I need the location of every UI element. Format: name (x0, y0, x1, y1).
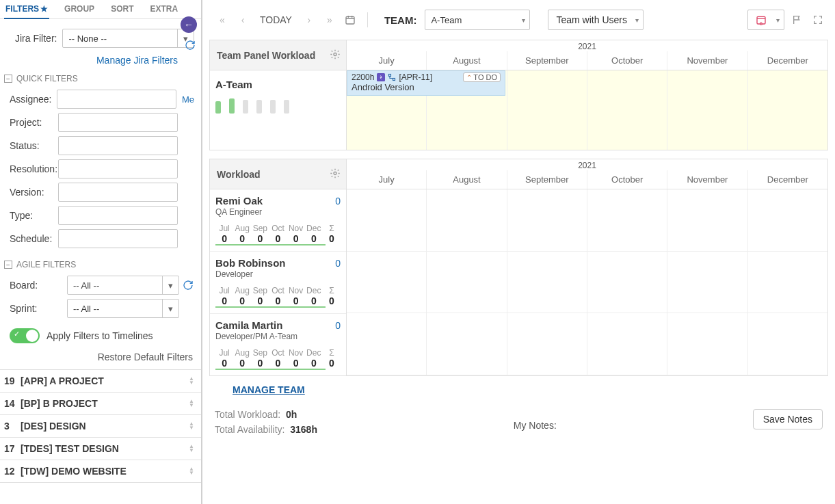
tab-filters[interactable]: FILTERS★ (4, 3, 49, 19)
agile-filters-header: − AGILE FILTERS (0, 257, 201, 274)
v: 0 (251, 358, 269, 369)
filter-resolution: Resolution: (0, 157, 201, 181)
workload-row[interactable] (347, 252, 827, 314)
refresh-icon[interactable] (182, 279, 194, 291)
total-availability-value: 3168h (290, 424, 317, 435)
timeline-year: 2021 (347, 40, 827, 51)
v: 0 (287, 295, 305, 306)
bar-icon (284, 100, 289, 114)
project-row[interactable]: 17 [TDES] TEST DESIGN ▲▼ (0, 437, 201, 460)
totals: Total Workload: 0h Total Availability: 3… (215, 409, 317, 435)
me-link[interactable]: Me (179, 94, 194, 105)
notes-label: My Notes: (345, 409, 726, 431)
nav-prev-icon[interactable]: ‹ (235, 12, 250, 27)
flag-icon[interactable] (790, 12, 805, 27)
jira-filter-label: Jira Filter: (15, 33, 57, 44)
resolution-input[interactable] (58, 159, 178, 178)
nav-first-icon[interactable]: « (215, 12, 230, 27)
v: 0 (323, 233, 341, 244)
svg-rect-5 (393, 79, 395, 81)
manage-jira-link[interactable]: Manage Jira Filters (0, 51, 201, 71)
collapse-icon[interactable]: − (4, 261, 12, 269)
restore-defaults-link[interactable]: Restore Default Filters (0, 347, 201, 369)
fullscreen-icon[interactable] (810, 12, 825, 27)
workload-row[interactable] (347, 313, 827, 375)
board-label: Board: (10, 280, 67, 291)
sort-arrows[interactable]: ▲▼ (189, 399, 194, 408)
person-name: Bob Robinson (215, 257, 285, 269)
project-name: [TDW] DEMO WEBSITE (21, 466, 189, 477)
person-count[interactable]: 0 (335, 320, 341, 331)
timeline-months: July August September October November D… (347, 51, 827, 70)
chevron-down-icon: ▾ (162, 300, 178, 317)
task-block[interactable]: 2200h [APR-11] ⌃ TO DO Android Version (347, 70, 505, 96)
m: Nov (287, 348, 305, 358)
month-cell: July (347, 170, 427, 189)
nav-last-icon[interactable]: » (322, 12, 337, 27)
v: 0 (215, 233, 233, 244)
team-panel-header: Team Panel Workload (210, 40, 346, 70)
sprint-select[interactable]: -- All -- ▾ (67, 299, 179, 318)
save-notes-button[interactable]: Save Notes (753, 409, 823, 429)
board-value: -- All -- (73, 280, 99, 291)
version-input[interactable] (58, 183, 178, 202)
project-input[interactable] (58, 113, 178, 132)
status-input[interactable] (58, 136, 178, 155)
team-value: A-Team (431, 15, 462, 25)
gear-icon[interactable] (330, 49, 341, 62)
person-count[interactable]: 0 (335, 196, 341, 207)
sort-arrows[interactable]: ▲▼ (189, 467, 194, 475)
sort-arrows[interactable]: ▲▼ (189, 377, 194, 385)
calendar-icon[interactable] (343, 12, 358, 27)
svg-point-6 (334, 172, 336, 174)
project-name: [APR] A PROJECT (21, 375, 189, 386)
type-label: Type: (10, 210, 58, 221)
month-cell: August (427, 51, 507, 70)
back-button[interactable]: ← (181, 16, 197, 33)
svg-rect-0 (346, 16, 354, 24)
project-row[interactable]: 14 [BP] B PROJECT ▲▼ (0, 392, 201, 414)
person-block: Camila Martin 0 Developer/PM A-Team Jul … (210, 313, 346, 375)
team-select[interactable]: A-Team ▾ (425, 10, 530, 30)
project-row[interactable]: 19 [APR] A PROJECT ▲▼ (0, 369, 201, 392)
filter-assignee: Assignee: Me (0, 88, 201, 111)
filter-type: Type: (0, 204, 201, 227)
type-input[interactable] (58, 206, 178, 225)
schedule-input[interactable] (58, 229, 178, 248)
m: Aug (233, 224, 251, 233)
project-row[interactable]: 12 [TDW] DEMO WEBSITE ▲▼ (0, 460, 201, 483)
resolution-label: Resolution: (10, 163, 58, 174)
total-workload-value: 0h (286, 409, 297, 420)
tab-group[interactable]: GROUP (63, 3, 96, 18)
gear-icon[interactable] (330, 168, 341, 181)
sort-arrows[interactable]: ▲▼ (189, 422, 194, 430)
footer: Total Workload: 0h Total Availability: 3… (202, 403, 835, 442)
manage-team-link[interactable]: MANAGE TEAM (202, 376, 835, 403)
tab-sort[interactable]: SORT (109, 3, 135, 18)
mode-select[interactable]: Team with Users ▾ (548, 10, 644, 30)
tab-extra[interactable]: EXTRA (148, 3, 179, 18)
project-row[interactable]: 3 [DES] DESIGN ▲▼ (0, 414, 201, 437)
project-label: Project: (10, 117, 58, 128)
nav-next-icon[interactable]: › (302, 12, 317, 27)
board-select[interactable]: -- All -- ▾ (67, 276, 179, 295)
apply-filters-toggle[interactable] (10, 328, 40, 343)
jira-filter-select[interactable]: -- None -- ▾ (62, 29, 194, 48)
m: Sep (251, 224, 269, 233)
workload-row[interactable] (347, 189, 827, 252)
today-button[interactable]: TODAY (256, 14, 296, 25)
sort-arrows[interactable]: ▲▼ (189, 445, 194, 453)
collapse-icon[interactable]: − (4, 75, 12, 83)
refresh-icon[interactable] (185, 40, 197, 52)
mode-value: Team with Users (556, 14, 626, 25)
assignee-input[interactable] (57, 90, 176, 109)
m: Σ (323, 348, 341, 358)
team-panel-body: A-Team (210, 70, 346, 120)
month-cell: October (587, 51, 667, 70)
date-picker[interactable]: 6 ▾ (747, 10, 784, 30)
person-role: Developer/PM A-Team (215, 332, 341, 341)
person-table: Jul Aug Sep Oct Nov Dec Σ 0 0 0 0 (215, 286, 341, 308)
person-count[interactable]: 0 (335, 258, 341, 269)
workload-timeline: Workload Remi Oak 0 QA Engineer Jul (209, 159, 828, 376)
m: Nov (287, 286, 305, 295)
